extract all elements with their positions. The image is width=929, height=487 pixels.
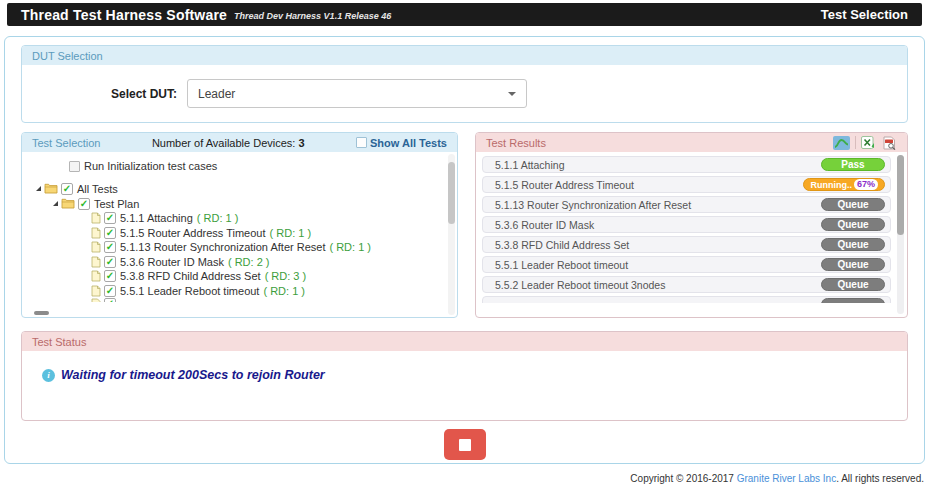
test-status-panel-header: Test Status	[22, 332, 907, 351]
table-row[interactable]: 5.1.1 Attaching Pass	[482, 156, 891, 173]
test-case-label: 5.3.8 RFD Child Address Set	[120, 270, 261, 282]
dut-selection-panel-body: Select DUT: Leader	[22, 65, 907, 122]
tree-leaf-test[interactable]: 5.1.5 Router Address Timeout ( RD: 1 )	[91, 226, 457, 241]
company-link[interactable]: Granite River Labs Inc	[737, 473, 837, 484]
status-message: Waiting for timeout 200Secs to rejoin Ro…	[61, 368, 325, 382]
tree-leaf-test[interactable]: 5.3.6 Router ID Mask ( RD: 2 )	[91, 255, 457, 270]
test-case-rd: ( RD: 3 )	[265, 270, 307, 282]
chart-icon[interactable]	[833, 136, 850, 150]
tree-node-label: All Tests	[77, 183, 118, 195]
check-icon[interactable]	[104, 285, 116, 297]
tree-scrollbar-thumb[interactable]	[448, 162, 455, 224]
table-row[interactable]: 5.1.5 Router Address Timeout Running.. 6…	[482, 176, 891, 193]
run-init-label: Run Initialization test cases	[84, 160, 217, 172]
status-badge-text: Queue	[837, 239, 868, 250]
stop-button[interactable]	[444, 429, 486, 460]
tree-leaf-test[interactable]: 5.1.1 Attaching ( RD: 1 )	[91, 211, 457, 226]
status-progress: 67%	[854, 179, 878, 190]
file-icon	[91, 212, 101, 224]
dut-select[interactable]: Leader	[187, 79, 527, 108]
test-results-panel-title: Test Results	[486, 137, 546, 149]
show-all-tests-checkbox[interactable]	[356, 137, 367, 148]
info-icon	[42, 369, 55, 382]
status-badge: Queue	[821, 238, 885, 251]
expander-icon[interactable]	[53, 201, 58, 206]
status-badge: Queue	[821, 198, 885, 211]
test-case-rd: ( RD: 1 )	[197, 212, 239, 224]
app-header: Thread Test Harness Software Thread Dev …	[7, 3, 922, 26]
status-badge-text: Queue	[837, 199, 868, 210]
result-test-name: 5.1.13 Router Synchronization After Rese…	[495, 199, 821, 211]
check-icon	[104, 298, 116, 302]
available-devices-label: Number of Available Devices:	[152, 137, 295, 149]
test-case-label: 5.5.1 Leader Reboot timeout	[120, 285, 259, 297]
check-icon[interactable]	[78, 198, 90, 210]
chevron-down-icon	[508, 92, 516, 96]
result-test-name: 5.1.5 Router Address Timeout	[495, 179, 803, 191]
test-case-label: 5.1.13 Router Synchronization After Rese…	[120, 241, 325, 253]
result-test-name: 5.3.8 RFD Child Address Set	[495, 239, 821, 251]
copyright-prefix: Copyright © 2016-2017	[630, 473, 736, 484]
test-status-panel-title: Test Status	[32, 336, 86, 348]
check-icon[interactable]	[104, 270, 116, 282]
status-badge: Queue	[821, 278, 885, 291]
show-all-tests-toggle[interactable]: Show All Tests	[356, 137, 447, 149]
results-list: 5.1.1 Attaching Pass 5.1.5 Router Addres…	[482, 156, 891, 303]
table-row[interactable]: 5.5.1 Leader Reboot timeout Queue	[482, 256, 891, 273]
status-badge-text: Queue	[837, 219, 868, 230]
check-icon[interactable]	[104, 227, 116, 239]
table-row-partial	[482, 296, 891, 303]
result-test-name: 5.5.2 Leader Reboot timeout 3nodes	[495, 279, 821, 291]
status-badge-text: Queue	[837, 259, 868, 270]
excel-export-icon[interactable]	[861, 136, 877, 150]
dut-selection-panel: DUT Selection Select DUT: Leader	[21, 45, 908, 123]
page-title: Test Selection	[821, 7, 908, 22]
available-devices: Number of Available Devices: 3	[152, 137, 305, 149]
expander-icon[interactable]	[36, 186, 41, 191]
test-case-label: 5.3.6 Router ID Mask	[120, 256, 224, 268]
result-test-name: 5.3.6 Router ID Mask	[495, 219, 821, 231]
tree-hscrollbar-thumb[interactable]	[34, 311, 49, 315]
folder-icon	[44, 183, 58, 194]
results-scrollbar-thumb[interactable]	[897, 155, 904, 235]
table-row[interactable]: 5.3.6 Router ID Mask Queue	[482, 216, 891, 233]
table-row[interactable]: 5.3.8 RFD Child Address Set Queue	[482, 236, 891, 253]
test-selection-panel-header: Test Selection Number of Available Devic…	[22, 133, 457, 152]
copyright-suffix: . All rights reserved.	[836, 473, 924, 484]
main-content: DUT Selection Select DUT: Leader Test Se…	[4, 36, 925, 464]
pdf-report-icon[interactable]	[882, 136, 897, 150]
status-badge-text: Pass	[841, 159, 864, 170]
status-badge: Pass	[821, 158, 885, 171]
test-results-panel-header: Test Results	[476, 133, 907, 152]
dut-selection-panel-title: DUT Selection	[32, 50, 103, 62]
test-case-rd: ( RD: 2 )	[228, 256, 270, 268]
file-icon	[91, 285, 101, 297]
tree-leaf-test[interactable]: 5.1.13 Router Synchronization After Rese…	[91, 240, 457, 255]
run-init-checkbox-row[interactable]: Run Initialization test cases	[69, 160, 457, 172]
footer-copyright: Copyright © 2016-2017 Granite River Labs…	[630, 473, 924, 484]
show-all-tests-label: Show All Tests	[370, 137, 447, 149]
check-icon[interactable]	[104, 212, 116, 224]
run-init-checkbox[interactable]	[69, 161, 80, 172]
stop-icon	[459, 439, 471, 451]
test-case-label: 5.1.5 Router Address Timeout	[120, 227, 266, 239]
check-icon[interactable]	[104, 241, 116, 253]
test-case-rd: ( RD: 1 )	[270, 227, 312, 239]
table-row[interactable]: 5.5.2 Leader Reboot timeout 3nodes Queue	[482, 276, 891, 293]
file-icon	[91, 227, 101, 239]
test-status-panel: Test Status Waiting for timeout 200Secs …	[21, 331, 908, 421]
test-tree: All Tests Test Plan	[36, 181, 457, 302]
check-icon[interactable]	[61, 183, 73, 195]
folder-icon	[61, 198, 75, 209]
test-selection-panel-title: Test Selection	[32, 137, 100, 149]
tree-node-test-plan[interactable]: Test Plan	[53, 196, 457, 211]
check-icon[interactable]	[104, 256, 116, 268]
dut-select-value: Leader	[198, 87, 235, 101]
tree-node-all-tests[interactable]: All Tests	[36, 181, 457, 196]
results-toolbar	[833, 136, 897, 150]
table-row[interactable]: 5.1.13 Router Synchronization After Rese…	[482, 196, 891, 213]
tree-leaf-test[interactable]: 5.5.1 Leader Reboot timeout ( RD: 1 )	[91, 284, 457, 299]
tree-leaf-test[interactable]: 5.3.8 RFD Child Address Set ( RD: 3 )	[91, 269, 457, 284]
result-test-name: 5.5.1 Leader Reboot timeout	[495, 259, 821, 271]
test-selection-panel: Test Selection Number of Available Devic…	[21, 132, 458, 318]
